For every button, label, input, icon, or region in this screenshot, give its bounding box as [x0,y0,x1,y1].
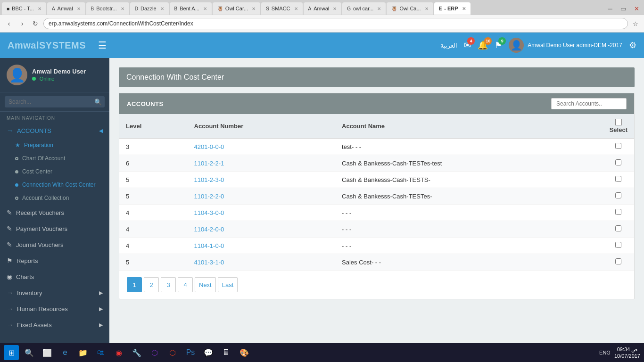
chrome-icon[interactable]: ◉ [111,345,126,360]
cell-account-name: - - - [335,221,603,238]
address-bar-row: ‹ › ↻ ☆ [0,15,644,32]
row-checkbox[interactable] [615,176,621,182]
reload-button[interactable]: ↻ [30,18,41,29]
calc-icon[interactable]: 🖩 [219,345,234,360]
page-btn-3[interactable]: 3 [161,277,176,292]
row-checkbox[interactable] [615,225,621,231]
sidebar-item-inventory[interactable]: → Inventory ▶ [0,285,109,301]
preparation-icon: ★ [15,142,20,148]
content-area: Connection With Cost Center ACCOUNTS Lev… [109,58,644,362]
back-button[interactable]: ‹ [4,18,14,29]
navbar-right: العربية ✉ 4 🔔 10 ⚑ 9 👤 Amwal Demo User a… [440,38,636,53]
cell-account-name: - - - [335,205,603,221]
select-all-checkbox[interactable] [615,119,622,125]
sidebar-item-journal-vouchers[interactable]: ✎ Journal Vouchers [0,237,109,253]
cell-level: 4 [119,221,188,238]
chart-of-account-label: Chart Of Account [22,155,65,162]
row-checkbox[interactable] [615,159,621,165]
cell-select [603,221,634,238]
browser-tab[interactable]: AAmwal✕ [304,2,342,15]
app5-icon[interactable]: 🎨 [237,345,252,360]
window-controls: ─ ▭ ✕ [604,3,642,14]
sidebar-search-input[interactable] [5,96,105,107]
accounts-icon: → [7,127,13,134]
sidebar-item-preparation[interactable]: ★ Preparation [0,139,109,152]
row-checkbox[interactable] [615,258,621,264]
store-icon[interactable]: 🛍 [93,345,108,360]
col-account-number: Account Number [188,114,335,139]
cell-level: 6 [119,155,188,172]
accounts-label: ACCOUNTS [17,127,51,134]
sidebar-item-accounts[interactable]: → ACCOUNTS ◀ [0,123,109,139]
row-checkbox[interactable] [615,209,621,215]
taskbar-left: ⊞ 🔍 ⬜ e 📁 🛍 ◉ 🔧 ⬡ ⬡ Ps 💬 🖩 🎨 [4,345,252,360]
maximize-button[interactable]: ▭ [618,3,629,14]
row-checkbox[interactable] [615,143,621,149]
sidebar-item-account-collection[interactable]: Account Collection [0,191,109,205]
app2-icon[interactable]: 🔧 [129,345,144,360]
table-row: 4 1104-3-0-0 - - - [119,205,634,221]
browser-tab[interactable]: SSMACC✕ [261,2,302,15]
cell-level: 4 [119,205,188,221]
address-input[interactable] [43,18,628,29]
accounts-table: Level Account Number Account Name Select [119,114,634,271]
row-checkbox[interactable] [615,192,621,198]
browser-tab[interactable]: Gowl car...✕ [342,2,386,15]
browser-tab[interactable]: DDazzle✕ [130,2,169,15]
taskbar: ⊞ 🔍 ⬜ e 📁 🛍 ◉ 🔧 ⬡ ⬡ Ps 💬 🖩 🎨 ENG 09:34 ص… [0,343,644,362]
browser-tab[interactable]: BBootstr...✕ [86,2,129,15]
account-collection-dot-icon [15,197,18,200]
table-row: 5 1101-2-3-0 Cash & Bankesss-Cash-TESTS- [119,172,634,188]
sidebar-item-chart-of-account[interactable]: Chart Of Account [0,152,109,165]
ps-icon[interactable]: Ps [183,345,198,360]
vs-icon[interactable]: ⬡ [147,345,162,360]
reports-label: Reports [17,257,38,264]
cell-level: 5 [119,188,188,205]
page-btn-1[interactable]: 1 [127,277,142,292]
flag-icon[interactable]: ⚑ 9 [495,40,502,50]
close-button[interactable]: ✕ [631,3,642,14]
search-accounts-input[interactable] [551,98,627,109]
mail-icon[interactable]: ✉ 4 [464,40,471,50]
row-checkbox[interactable] [615,242,621,248]
browser-tab[interactable]: AAmwal✕ [47,2,85,15]
table-row: 5 4101-3-1-0 Sales Cost- - - [119,254,634,271]
explorer-icon[interactable]: 📁 [75,345,91,360]
browser-tab[interactable]: 🦉Owl Ca...✕ [387,2,433,15]
app3-icon[interactable]: ⬡ [165,345,180,360]
sidebar-item-payment-vouchers[interactable]: ✎ Payment Vouchers [0,221,109,237]
browser-tab[interactable]: BBent A...✕ [170,2,212,15]
search-taskbar-icon[interactable]: 🔍 [22,345,37,360]
mail-badge: 4 [467,37,475,45]
arabic-language-toggle[interactable]: العربية [440,42,457,49]
main-body: 👤 Amwal Demo User Online 🔍 MAIN NAVIGATI… [0,58,644,362]
taskbar-time: 09:34 ص [614,346,640,353]
sidebar-item-receipt-vouchers[interactable]: ✎ Receipt Vouchers [0,205,109,221]
browser-tab[interactable]: E- ERP✕ [434,2,471,15]
start-button[interactable]: ⊞ [4,345,19,360]
sidebar-item-fixed-assets[interactable]: → Fixed Assets ▶ [0,317,109,333]
sidebar-item-charts[interactable]: ◉ Charts [0,269,109,285]
edge-icon[interactable]: e [58,345,73,360]
bookmark-icon[interactable]: ☆ [631,19,640,28]
sidebar-item-connection-cost-center[interactable]: Connection With Cost Center [0,178,109,191]
browser-tab[interactable]: ■BBC - T...✕ [2,2,46,15]
browser-tab[interactable]: 🦉Owl Car...✕ [213,2,260,15]
forward-button[interactable]: › [17,18,27,29]
next-button[interactable]: Next [195,277,216,292]
page-btn-2[interactable]: 2 [144,277,159,292]
minimize-button[interactable]: ─ [604,3,616,14]
cell-select [603,172,634,188]
last-button[interactable]: Last [218,277,238,292]
hamburger-button[interactable]: ☰ [98,40,107,51]
page-btn-4[interactable]: 4 [178,277,193,292]
app4-icon[interactable]: 💬 [201,345,216,360]
cell-account-name: Cash & Bankesss-Cash-TESTS- [335,172,603,188]
task-view-icon[interactable]: ⬜ [40,345,55,360]
sidebar-item-human-resources[interactable]: → Human Resources ▶ [0,301,109,317]
bell-icon[interactable]: 🔔 10 [478,40,488,50]
settings-icon[interactable]: ⚙ [629,40,636,50]
sidebar-item-reports[interactable]: ⚑ Reports [0,253,109,269]
brand-logo: AmwalSYSTEMS [8,40,86,51]
sidebar-item-cost-center[interactable]: Cost Center [0,165,109,178]
